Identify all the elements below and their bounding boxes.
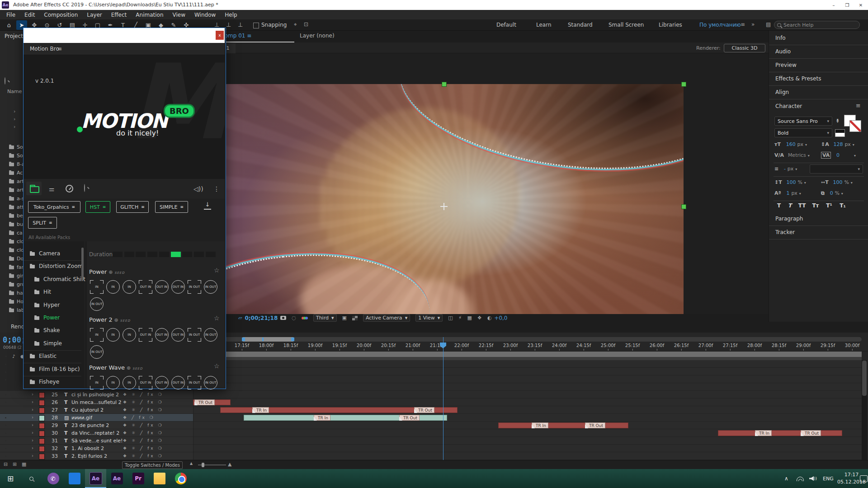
layer-switches[interactable]: ❖ ☼ ╱ fx ❍: [123, 446, 164, 450]
preset-icon[interactable]: IN OUT: [204, 280, 217, 294]
preset-icon[interactable]: IN OUT: [90, 345, 104, 359]
preset-icon[interactable]: IN OUT: [188, 280, 201, 294]
stroke-style-dropdown[interactable]: ▾: [810, 164, 863, 174]
pack-tab[interactable]: SPLIT≡: [28, 217, 57, 229]
favorite-star-icon[interactable]: ☆: [214, 362, 220, 370]
duration-segment[interactable]: [182, 252, 192, 257]
layer-expand-chevron[interactable]: ›: [32, 392, 33, 397]
character-panel-title[interactable]: Character: [775, 103, 802, 109]
layer-duration-bar[interactable]: [718, 430, 842, 436]
preset-icon[interactable]: IN: [106, 328, 120, 342]
roi-icon[interactable]: ▣: [342, 315, 347, 321]
sidebar-panel[interactable]: Audio: [769, 45, 868, 59]
axis-mode-icon[interactable]: ⊥: [214, 21, 219, 28]
layer-expand-chevron[interactable]: ›: [32, 446, 33, 450]
preset-icon[interactable]: OUT IN: [155, 376, 169, 389]
playhead[interactable]: [443, 337, 443, 460]
category-item[interactable]: Chromatic Shift: [24, 273, 81, 286]
preset-icon[interactable]: OUT IN: [139, 376, 152, 389]
preset-icon[interactable]: IN: [123, 328, 136, 342]
expand-transfer-icon[interactable]: ▦: [22, 461, 26, 467]
layer-switches[interactable]: ❖ ☼ ╱ fx ❍: [123, 423, 164, 427]
panel-menu-icon[interactable]: ≡: [57, 46, 62, 52]
workspace-item[interactable]: Default: [496, 22, 516, 28]
layer-name[interactable]: Să vede...e sunt ele!: [71, 438, 123, 444]
horizontal-scale-value[interactable]: 100: [833, 179, 843, 185]
menu-item[interactable]: View: [168, 12, 190, 18]
comp-timecode[interactable]: 0;00;21;18: [245, 315, 278, 321]
time-navigator-bar[interactable]: [242, 337, 294, 342]
layer-switches[interactable]: ❖ ☼ ╱ fx ❍: [123, 400, 164, 404]
wifi-icon[interactable]: [797, 469, 804, 488]
transition-keyframe-chip[interactable]: TR Out: [801, 430, 821, 436]
category-item[interactable]: Distortion Zoom: [24, 260, 81, 273]
menu-item[interactable]: File: [2, 12, 20, 18]
layer-color-chip[interactable]: [39, 415, 45, 421]
eyedropper-icon[interactable]: ✒: [834, 118, 841, 123]
preset-icon[interactable]: OUT IN: [155, 280, 169, 294]
duration-segment[interactable]: [206, 252, 216, 257]
layer-duration-bar[interactable]: [498, 422, 628, 428]
layer-color-chip[interactable]: [39, 392, 45, 398]
layer-color-chip[interactable]: [39, 408, 45, 413]
layer-row[interactable]: › 28 ▨ ииии.gif ❖ ╱ fx ❍: [0, 414, 193, 422]
home-tool[interactable]: ⌂: [4, 20, 14, 30]
transition-keyframe-chip[interactable]: TR Out: [414, 407, 434, 413]
renderer-button[interactable]: Classic 3D: [724, 44, 765, 52]
sidebar-panel[interactable]: Align: [769, 86, 868, 99]
workspace-menu-icon[interactable]: ≡: [741, 21, 745, 28]
tray-chevron-icon[interactable]: ∧: [784, 469, 788, 488]
search-icon[interactable]: [84, 184, 85, 192]
preset-icon[interactable]: OUT IN: [171, 280, 185, 294]
tab-layer[interactable]: Layer (none): [300, 33, 335, 39]
layer-row[interactable]: › 31 T Să vede...e sunt ele! ❖ ☼ ╱ fx ❍: [0, 437, 193, 445]
menu-item[interactable]: Help: [220, 12, 241, 18]
small-caps-button[interactable]: Tᴛ: [810, 202, 821, 211]
pack-tab[interactable]: Toko_Grpahics≡: [28, 201, 80, 213]
sidebar-panel[interactable]: Effects & Presets: [769, 72, 868, 86]
layer-name[interactable]: Un meca...sufletul 2: [71, 399, 122, 405]
layer-row[interactable]: › 27 T Cu ajutorul 2 ❖ ☼ ╱ fx ❍: [0, 406, 193, 414]
preset-icon[interactable]: IN: [123, 376, 136, 389]
premiere-icon[interactable]: Pr: [127, 469, 149, 488]
layer-switches[interactable]: ❖ ☼ ╱ fx ❍: [123, 454, 164, 458]
preset-icon[interactable]: OUT IN: [171, 376, 185, 389]
duration-segment[interactable]: [136, 252, 146, 257]
channels-icon[interactable]: [302, 316, 308, 320]
zoom-out-mountain-icon[interactable]: ▲: [190, 461, 193, 465]
font-style-dropdown[interactable]: Bold▾: [774, 128, 832, 137]
snap-options-icon[interactable]: ⌖: [294, 21, 297, 28]
close-button[interactable]: ✕: [854, 0, 868, 10]
adobe-app-icon[interactable]: Ae: [106, 469, 127, 488]
flowchart-icon[interactable]: ❖: [477, 315, 482, 321]
workspace-item[interactable]: Small Screen: [609, 22, 644, 28]
snapping-checkbox[interactable]: [253, 23, 259, 28]
layer-row[interactable]: › 32 T 1. Ai obosit 2 ❖ ☼ ╱ fx ❍: [0, 445, 193, 452]
category-item[interactable]: Film (8-16 bpc): [24, 363, 81, 376]
layer-name[interactable]: da Vinc...reptate! 2: [71, 430, 119, 436]
transition-keyframe-chip[interactable]: TR In: [252, 407, 269, 413]
layer-color-chip[interactable]: [39, 431, 45, 436]
all-caps-button[interactable]: TT: [796, 202, 808, 211]
layer-row[interactable]: › 33 T 2. Ești furios 2 ❖ ☼ ╱ fx ❍: [0, 452, 193, 460]
kerning-value[interactable]: Metrics: [788, 152, 806, 158]
category-item[interactable]: Hit: [24, 286, 81, 299]
layer-expand-chevron[interactable]: ›: [32, 430, 33, 435]
search-help-box[interactable]: Search Help: [774, 21, 860, 29]
layer-row[interactable]: › 29 T 23 de puncte 2 ❖ ☼ ╱ fx ❍: [0, 422, 193, 429]
project-name-header[interactable]: Name: [7, 89, 22, 94]
menu-item[interactable]: Edit: [20, 12, 39, 18]
layer-row[interactable]: › 30 T da Vinc...reptate! 2 ❖ ☼ ╱ fx ❍: [0, 429, 193, 437]
pack-tab[interactable]: GLITCH≡: [116, 201, 149, 213]
duration-segment[interactable]: [124, 252, 134, 257]
layer-switches[interactable]: ❖ ☼ ╱ fx ❍: [123, 438, 164, 443]
language-indicator[interactable]: ENG: [823, 469, 834, 488]
messenger-icon[interactable]: [64, 469, 85, 488]
stroke-color-swatch[interactable]: [849, 120, 861, 132]
chrome-icon[interactable]: [170, 469, 191, 488]
time-ruler[interactable]: 17:15f18:00f18:15f19:00f19:15f20:00f20:1…: [225, 342, 868, 352]
preset-icon[interactable]: OUT IN: [139, 280, 152, 294]
workspace-item[interactable]: Standard: [568, 22, 593, 28]
layer-expand-chevron[interactable]: ›: [32, 415, 33, 420]
axis-mode-icon[interactable]: ⊥: [226, 21, 231, 28]
